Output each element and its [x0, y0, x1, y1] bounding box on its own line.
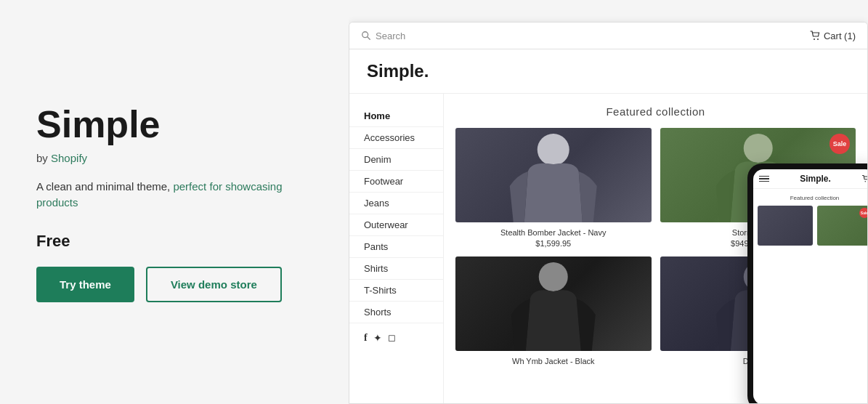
nav-denim[interactable]: Denim	[349, 149, 443, 171]
svg-point-6	[539, 262, 568, 291]
nav-shorts[interactable]: Shorts	[349, 302, 443, 323]
svg-point-2	[814, 39, 815, 40]
mobile-image-2: Sale	[817, 206, 868, 246]
browser-mockup: Search Cart (1) Simple.	[349, 22, 868, 404]
product-image-3	[455, 256, 652, 351]
twitter-icon[interactable]: ✦	[373, 332, 382, 344]
nav-home[interactable]: Home	[349, 105, 443, 127]
store-sidebar: Home Accessories Denim Footwear Jeans Ou…	[349, 94, 444, 403]
store-header: Simple.	[349, 49, 867, 94]
nav-footwear[interactable]: Footwear	[349, 171, 443, 193]
facebook-icon[interactable]: f	[364, 332, 368, 344]
sale-badge-2: Sale	[830, 134, 850, 154]
nav-jeans[interactable]: Jeans	[349, 193, 443, 214]
search-icon	[361, 31, 371, 41]
product-card-3[interactable]: Wh Ymb Jacket - Black	[455, 256, 652, 368]
theme-name: Simple	[36, 102, 312, 146]
store-body: Home Accessories Denim Footwear Jeans Ou…	[349, 94, 867, 403]
product-name-1: Stealth Bomber Jacket - Navy	[455, 228, 652, 237]
store-main: Featured collection	[444, 94, 867, 403]
by-line: by Shopify	[36, 152, 312, 164]
mobile-topbar: Simple.	[753, 169, 867, 189]
cart-area[interactable]: Cart (1)	[809, 30, 856, 41]
by-text: by	[36, 152, 48, 164]
mobile-featured-title: Featured collection	[753, 189, 867, 206]
svg-line-1	[368, 37, 370, 40]
product-price-1: $1,599.95	[455, 239, 652, 248]
social-icons: f ✦ ◻	[349, 323, 443, 352]
mobile-screen: Simple. Featured collection	[753, 169, 867, 403]
cart-label: Cart (1)	[824, 31, 856, 41]
search-placeholder: Search	[376, 31, 405, 41]
mobile-logo: Simple.	[800, 174, 831, 184]
featured-title: Featured collection	[455, 105, 856, 118]
mobile-products: Sale	[753, 206, 867, 246]
product-card-1[interactable]: Stealth Bomber Jacket - Navy $1,599.95	[455, 128, 652, 248]
mobile-product-2[interactable]: Sale	[817, 206, 868, 246]
price-label: Free	[36, 232, 312, 251]
nav-pants[interactable]: Pants	[349, 236, 443, 258]
svg-point-8	[865, 181, 867, 182]
left-panel: Simple by Shopify A clean and minimal th…	[0, 0, 349, 404]
mobile-cart-icon[interactable]	[861, 174, 867, 183]
mobile-image-1	[758, 206, 813, 246]
button-row: Try theme View demo store	[36, 267, 312, 302]
product-name-3: Wh Ymb Jacket - Black	[455, 357, 652, 365]
nav-shirts[interactable]: Shirts	[349, 258, 443, 280]
product-image-1	[455, 128, 652, 222]
nav-accessories[interactable]: Accessories	[349, 127, 443, 149]
mobile-menu-icon[interactable]	[759, 176, 769, 182]
view-demo-button[interactable]: View demo store	[146, 267, 282, 302]
search-area: Search	[361, 31, 405, 41]
right-panel: Search Cart (1) Simple.	[349, 0, 868, 404]
svg-point-4	[538, 134, 569, 166]
mobile-product-1[interactable]	[758, 206, 813, 246]
description-start: A clean and minimal theme,	[36, 180, 170, 193]
svg-point-3	[817, 39, 819, 40]
svg-point-5	[743, 134, 772, 163]
instagram-icon[interactable]: ◻	[388, 332, 396, 344]
nav-outerwear[interactable]: Outerwear	[349, 214, 443, 236]
try-theme-button[interactable]: Try theme	[36, 267, 134, 302]
nav-tshirts[interactable]: T-Shirts	[349, 280, 443, 302]
author-link[interactable]: Shopify	[51, 152, 87, 164]
store-logo: Simple.	[367, 61, 850, 81]
description: A clean and minimal theme, perfect for s…	[36, 179, 312, 211]
browser-bar: Search Cart (1)	[349, 23, 867, 49]
cart-icon	[809, 30, 821, 41]
mobile-mockup: Simple. Featured collection	[747, 163, 867, 403]
mobile-sale-badge: Sale	[859, 208, 867, 218]
